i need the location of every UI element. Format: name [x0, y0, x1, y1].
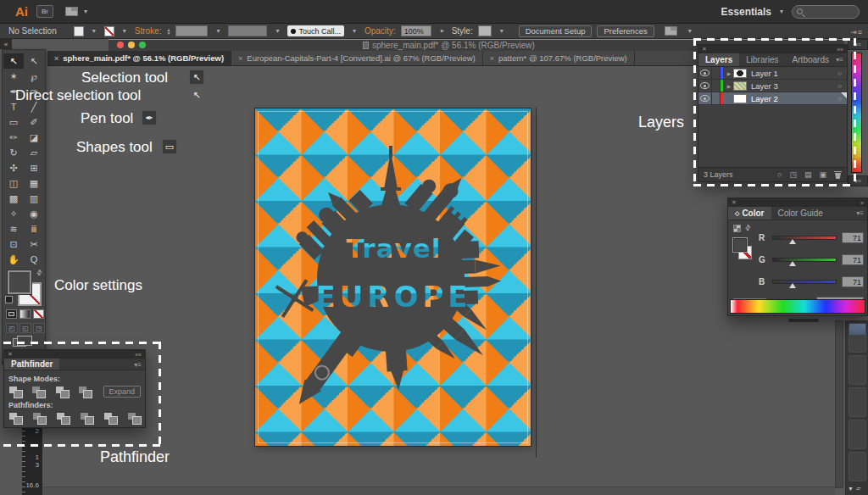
- tab-layers[interactable]: Layers: [698, 53, 739, 66]
- collapse-icon[interactable]: »: [860, 200, 864, 206]
- new-layer-icon[interactable]: ▣: [819, 170, 826, 179]
- expand-triangle-icon[interactable]: ▶: [725, 70, 733, 76]
- control-panel-menu-icon[interactable]: ⇥≡: [850, 28, 863, 36]
- hand-tool[interactable]: ✋: [3, 252, 24, 267]
- eraser-tool[interactable]: ◪: [24, 130, 44, 145]
- crop-icon[interactable]: [80, 412, 93, 424]
- stroke-weight-stepper[interactable]: ▲▼: [166, 28, 170, 35]
- locate-object-icon[interactable]: ○: [777, 170, 782, 179]
- layer-name[interactable]: Layer 1: [751, 69, 778, 78]
- swap-fill-stroke-icon[interactable]: ⇄: [743, 223, 753, 232]
- trim-icon[interactable]: [32, 412, 46, 424]
- artboard-poster[interactable]: Travel EUROPE: [254, 108, 531, 447]
- blue-slider[interactable]: [772, 280, 837, 284]
- divide-icon[interactable]: [8, 412, 22, 424]
- visibility-cell[interactable]: [698, 67, 712, 79]
- workspace-switcher[interactable]: Essentials: [721, 6, 771, 18]
- color-options-icon[interactable]: [733, 225, 741, 232]
- chevron-right-icon[interactable]: ▾: [437, 29, 445, 32]
- dock-panel-icon[interactable]: [849, 323, 866, 353]
- intersect-icon[interactable]: [55, 386, 67, 398]
- target-circle-icon[interactable]: ○: [837, 82, 842, 90]
- make-clipping-mask-icon[interactable]: ◳: [789, 170, 797, 179]
- rectangle-tool[interactable]: ▭: [3, 114, 24, 130]
- brush-definition-field[interactable]: Touch Call...: [287, 25, 344, 36]
- mesh-tool[interactable]: ▩: [3, 191, 24, 206]
- close-icon[interactable]: ✕: [8, 351, 13, 358]
- green-slider[interactable]: [772, 258, 837, 262]
- swap-fill-stroke-icon[interactable]: ⇄: [35, 268, 44, 277]
- chevron-down-icon[interactable]: ▾: [353, 27, 356, 35]
- opacity-label[interactable]: Opacity:: [364, 26, 396, 36]
- panel-drag-handle[interactable]: [788, 319, 819, 322]
- exclude-icon[interactable]: [78, 386, 90, 398]
- chevron-down-icon[interactable]: ▾: [216, 27, 220, 35]
- symbol-sprayer-tool[interactable]: ≋: [3, 221, 24, 236]
- stroke-swatch[interactable]: [104, 26, 114, 36]
- selection-tool[interactable]: ↖: [3, 53, 24, 69]
- panel-menu-icon[interactable]: ▾≡: [856, 209, 864, 217]
- slider-thumb[interactable]: [789, 283, 796, 288]
- tab-color-guide[interactable]: Color Guide: [771, 207, 830, 220]
- expand-triangle-icon[interactable]: ▶: [725, 83, 733, 89]
- change-screen-mode-icon[interactable]: [13, 338, 26, 347]
- slider-thumb[interactable]: [789, 261, 796, 266]
- close-icon[interactable]: ×: [238, 54, 242, 63]
- perspective-grid-tool[interactable]: ▦: [24, 175, 44, 191]
- lock-cell[interactable]: [712, 92, 721, 104]
- fill-swatch[interactable]: [74, 26, 84, 36]
- new-sublayer-icon[interactable]: ▤: [804, 170, 812, 179]
- tab-artboards[interactable]: Artboards: [786, 53, 836, 66]
- column-graph-tool[interactable]: ⅲ: [24, 221, 44, 236]
- lock-cell[interactable]: [712, 67, 721, 79]
- dock-footer-icons[interactable]: ▼▱: [848, 485, 860, 492]
- color-spectrum-strip[interactable]: [851, 53, 862, 173]
- panel-menu-icon[interactable]: ▾≡: [836, 56, 843, 64]
- variable-width-field[interactable]: [228, 25, 267, 36]
- pencil-tool[interactable]: ✏: [3, 130, 24, 145]
- chevron-down-icon[interactable]: ▾: [500, 27, 504, 35]
- doc-tab-european-capitals[interactable]: × European-Capitals-Part-4 [Converted].a…: [231, 51, 483, 65]
- fill-color-well[interactable]: [732, 237, 748, 253]
- red-value-field[interactable]: 71: [842, 232, 864, 243]
- layer-name[interactable]: Layer 2: [751, 94, 778, 103]
- lock-cell[interactable]: [712, 80, 721, 92]
- dock-panel-icon[interactable]: [849, 387, 866, 417]
- blend-tool[interactable]: ◉: [24, 206, 44, 221]
- panel-menu-icon[interactable]: ▾≡: [134, 361, 142, 369]
- width-tool[interactable]: ✣: [3, 160, 24, 175]
- visibility-cell[interactable]: [698, 80, 712, 92]
- isolate-icon[interactable]: [665, 26, 677, 36]
- dock-panel-icon[interactable]: [849, 420, 866, 449]
- minus-back-icon[interactable]: [127, 412, 141, 424]
- paintbrush-tool[interactable]: ✐: [24, 114, 44, 130]
- draw-behind-button[interactable]: ◱: [19, 323, 31, 333]
- layer-name[interactable]: Layer 3: [751, 81, 778, 91]
- rotate-tool[interactable]: ↻: [3, 145, 24, 160]
- magic-wand-tool[interactable]: ✶: [3, 69, 24, 84]
- gradient-mode-button[interactable]: [19, 309, 31, 319]
- chevron-down-icon[interactable]: ▾: [780, 8, 783, 15]
- doc-tab-sphere-main[interactable]: × sphere_main.pdf* @ 56.1% (RGB/Preview): [47, 51, 231, 65]
- direct-selection-tool[interactable]: ↖: [24, 53, 44, 69]
- preferences-button[interactable]: Preferences: [597, 25, 654, 37]
- chevron-down-icon[interactable]: ▾: [688, 27, 692, 35]
- draw-inside-button[interactable]: ◳: [33, 323, 45, 333]
- doc-tab-pattern[interactable]: × pattern* @ 107.67% (RGB/Preview): [483, 51, 635, 65]
- dock-panel-icon[interactable]: [849, 355, 866, 385]
- unite-icon[interactable]: [8, 386, 20, 398]
- collapse-icon[interactable]: ««: [135, 352, 142, 358]
- tab-libraries[interactable]: Libraries: [739, 53, 785, 66]
- search-input[interactable]: [792, 5, 860, 19]
- style-field[interactable]: [478, 25, 492, 36]
- opacity-field[interactable]: 100%: [401, 25, 431, 36]
- collapse-icon[interactable]: ««: [837, 47, 843, 53]
- gradient-tool[interactable]: ▥: [24, 191, 44, 206]
- red-slider[interactable]: [772, 236, 837, 240]
- green-value-field[interactable]: 71: [842, 254, 864, 265]
- stroke-label[interactable]: Stroke:: [135, 26, 162, 36]
- layer-row-2[interactable]: Layer 2 ○: [698, 92, 847, 105]
- layer-row-3[interactable]: ▶ Layer 3 ○: [698, 80, 847, 92]
- shape-builder-tool[interactable]: ◫: [3, 175, 24, 191]
- free-transform-tool[interactable]: ⊞: [24, 160, 44, 175]
